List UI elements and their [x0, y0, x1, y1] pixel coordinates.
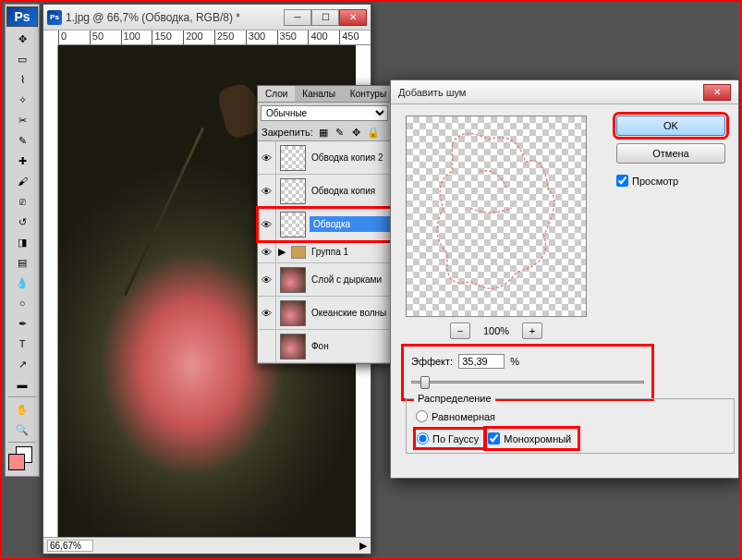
layer-name[interactable]: Фон: [310, 341, 391, 351]
doc-titlebar[interactable]: Ps 1.jpg @ 66,7% (Обводка, RGB/8) * ─ ☐ …: [43, 5, 371, 30]
ruler-vertical: [43, 45, 58, 537]
effect-label: Эффект:: [411, 356, 453, 367]
layer-name[interactable]: Обводка копия 2: [310, 152, 391, 163]
eye-icon[interactable]: 👁: [258, 297, 276, 329]
layer-thumb[interactable]: [280, 267, 306, 293]
layer-group-row[interactable]: 👁 ▶ Группа 1: [258, 241, 391, 263]
path-tool[interactable]: ↗: [6, 354, 38, 374]
blend-mode-select[interactable]: Обычные: [261, 105, 388, 121]
layer-list: 👁 Обводка копия 2 👁 Обводка копия 👁 Обво…: [258, 141, 391, 363]
lock-all-icon[interactable]: 🔒: [367, 126, 380, 139]
layer-row-selected[interactable]: 👁 Обводка: [258, 208, 391, 241]
lock-paint-icon[interactable]: ✎: [334, 126, 347, 139]
preview-area[interactable]: [406, 116, 587, 317]
brush-tool[interactable]: 🖌: [6, 171, 38, 191]
add-noise-dialog: Добавить шум ✕ − 100% + OK Отмена Просмо…: [390, 79, 739, 479]
layer-name[interactable]: Обводка копия: [310, 186, 391, 196]
chevron-right-icon[interactable]: ▶: [359, 540, 367, 552]
layer-thumb[interactable]: [280, 300, 306, 326]
dialog-title: Добавить шум: [398, 87, 703, 98]
layers-panel: Слои Каналы Контуры Обычные Закрепить: ▦…: [257, 85, 392, 364]
distribution-legend: Распределение: [414, 393, 495, 404]
layer-name[interactable]: Группа 1: [310, 247, 391, 257]
distribution-group: Распределение Равномерная По Гауссу Моно…: [406, 398, 735, 454]
color-swatches[interactable]: [6, 446, 38, 474]
layer-row[interactable]: Фон: [258, 330, 391, 363]
layer-row[interactable]: 👁 Обводка копия: [258, 175, 391, 208]
shape-tool[interactable]: ▬: [6, 374, 38, 395]
ok-button[interactable]: OK: [616, 116, 725, 136]
layer-name[interactable]: Океанские волны: [310, 308, 391, 318]
zoom-row: − 100% +: [406, 323, 587, 339]
eye-icon[interactable]: [258, 330, 276, 362]
effect-input[interactable]: [458, 354, 505, 369]
dialog-close-button[interactable]: ✕: [703, 84, 731, 101]
zoom-in-button[interactable]: +: [522, 323, 542, 339]
pen-tool[interactable]: ✒: [6, 313, 38, 334]
uniform-radio[interactable]: [416, 410, 428, 422]
type-tool[interactable]: T: [6, 334, 38, 354]
preview-checkbox-row[interactable]: Просмотр: [616, 175, 725, 187]
folder-icon[interactable]: [291, 246, 306, 259]
fg-swatch[interactable]: [8, 454, 25, 470]
layer-row[interactable]: 👁 Океанские волны: [258, 297, 391, 330]
tab-layers[interactable]: Слои: [258, 86, 295, 102]
dialog-titlebar[interactable]: Добавить шум ✕: [391, 80, 738, 104]
stamp-tool[interactable]: ⎚: [6, 191, 38, 212]
layer-name[interactable]: Слой с дырками: [310, 274, 391, 285]
dist-uniform-radio[interactable]: Равномерная: [416, 410, 724, 422]
dist-gaussian-radio[interactable]: По Гауссу: [417, 432, 479, 444]
lasso-tool[interactable]: ⌇: [6, 69, 38, 90]
lock-move-icon[interactable]: ✥: [350, 126, 363, 139]
effect-slider[interactable]: [411, 374, 644, 391]
lock-row: Закрепить: ▦ ✎ ✥ 🔒: [258, 124, 391, 141]
gaussian-radio[interactable]: [417, 432, 429, 444]
tools-palette: Ps ✥ ▭ ⌇ ✧ ✂ ✎ ✚ 🖌 ⎚ ↺ ◨ ▤ 💧 ○ ✒ T ↗ ▬ ✋…: [5, 4, 40, 477]
wand-tool[interactable]: ✧: [6, 90, 38, 110]
eye-icon[interactable]: 👁: [258, 263, 276, 296]
zoom-tool[interactable]: 🔍: [6, 420, 38, 440]
eye-icon[interactable]: 👁: [258, 241, 276, 262]
panel-tabs: Слои Каналы Контуры: [258, 86, 391, 103]
ps-logo: Ps: [6, 6, 38, 27]
cancel-button[interactable]: Отмена: [616, 143, 725, 164]
gradient-tool[interactable]: ▤: [6, 252, 38, 273]
layer-row[interactable]: 👁 Обводка копия 2: [258, 141, 391, 175]
eye-icon[interactable]: 👁: [258, 175, 276, 207]
eraser-tool[interactable]: ◨: [6, 232, 38, 252]
hand-tool[interactable]: ✋: [6, 399, 38, 420]
layer-thumb[interactable]: [280, 145, 306, 171]
layer-thumb[interactable]: [280, 334, 306, 359]
layer-name[interactable]: Обводка: [310, 216, 391, 232]
tab-paths[interactable]: Контуры: [343, 86, 394, 102]
eye-icon[interactable]: 👁: [258, 208, 276, 240]
move-tool[interactable]: ✥: [6, 29, 38, 49]
minimize-button[interactable]: ─: [284, 9, 311, 26]
dodge-tool[interactable]: ○: [6, 293, 38, 313]
zoom-input[interactable]: [47, 540, 93, 552]
layer-thumb[interactable]: [280, 178, 306, 204]
layer-thumb[interactable]: [280, 212, 306, 237]
slider-knob[interactable]: [420, 376, 430, 389]
close-button[interactable]: ✕: [339, 9, 367, 26]
marquee-tool[interactable]: ▭: [6, 49, 38, 69]
eyedrop-tool[interactable]: ✎: [6, 130, 38, 151]
zoom-out-button[interactable]: −: [450, 323, 470, 339]
history-tool[interactable]: ↺: [6, 212, 38, 232]
heal-tool[interactable]: ✚: [6, 151, 38, 171]
lock-trans-icon[interactable]: ▦: [317, 126, 330, 139]
blur-tool[interactable]: 💧: [6, 273, 38, 293]
maximize-button[interactable]: ☐: [311, 9, 339, 26]
crop-tool[interactable]: ✂: [6, 110, 38, 130]
lock-label: Закрепить:: [262, 127, 313, 138]
mono-checkbox[interactable]: [488, 432, 500, 444]
tab-channels[interactable]: Каналы: [295, 86, 343, 102]
eye-icon[interactable]: 👁: [258, 141, 276, 174]
layer-row[interactable]: 👁 Слой с дырками: [258, 263, 391, 297]
mono-checkbox-row[interactable]: Монохромный: [488, 432, 571, 444]
ruler-horizontal: 050100150200250300350400450: [58, 30, 371, 45]
preview-checkbox[interactable]: [616, 175, 628, 187]
chevron-right-icon[interactable]: ▶: [276, 246, 287, 258]
doc-title: 1.jpg @ 66,7% (Обводка, RGB/8) *: [66, 11, 284, 24]
effect-group: Эффект: %: [406, 348, 650, 396]
